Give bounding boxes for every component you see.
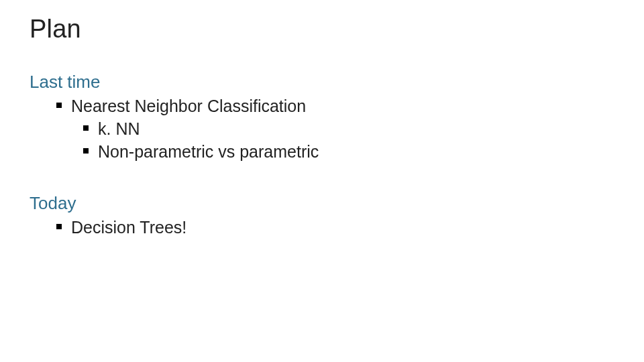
bullet-text: Decision Trees! — [71, 217, 186, 238]
bullet-list-last-time: Nearest Neighbor Classification k. NN No… — [30, 95, 614, 162]
spacer — [30, 164, 614, 193]
bullet-list-today: Decision Trees! — [30, 217, 614, 238]
bullet-square-icon — [56, 103, 62, 108]
bullet-square-icon — [83, 125, 89, 131]
bullet-text: k. NN — [98, 118, 140, 139]
list-item: Non-parametric vs parametric — [30, 141, 614, 162]
list-item: k. NN — [30, 118, 614, 139]
section-label-today: Today — [30, 193, 614, 214]
list-item: Nearest Neighbor Classification — [30, 95, 614, 117]
list-item: Decision Trees! — [30, 217, 614, 238]
bullet-square-icon — [56, 224, 62, 229]
bullet-text: Non-parametric vs parametric — [98, 141, 319, 162]
bullet-text: Nearest Neighbor Classification — [71, 95, 306, 117]
bullet-square-icon — [83, 148, 89, 154]
slide: Plan Last time Nearest Neighbor Classifi… — [0, 0, 644, 238]
section-label-last-time: Last time — [30, 72, 614, 93]
slide-title: Plan — [30, 15, 614, 44]
